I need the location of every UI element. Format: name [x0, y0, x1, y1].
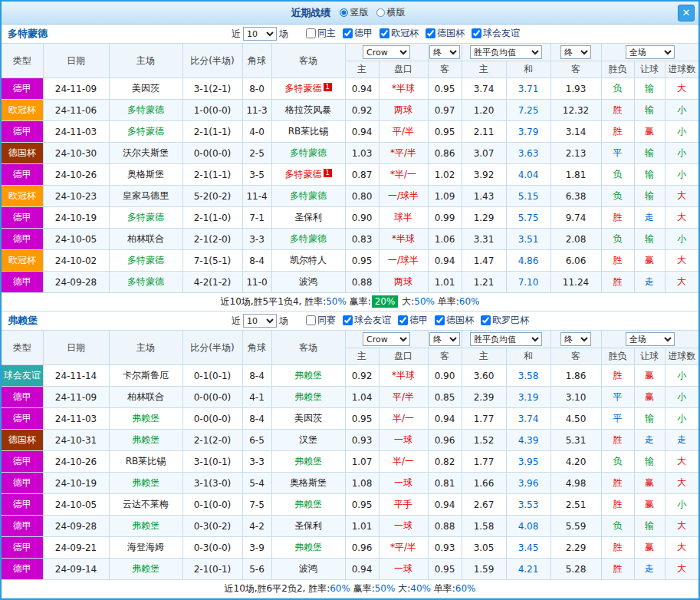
home-team[interactable]: 柏林联合: [109, 387, 182, 408]
col-header-eu-draw: 和: [506, 61, 550, 78]
away-team[interactable]: 美因茨: [271, 408, 345, 430]
score: 7-1(5-1): [182, 250, 242, 272]
away-team[interactable]: 多特蒙德: [271, 143, 345, 164]
checkbox-icon[interactable]: [426, 28, 435, 38]
home-team[interactable]: 多特蒙德: [109, 121, 182, 143]
away-team[interactable]: 波鸿: [271, 272, 345, 293]
corners: 6-5: [242, 430, 271, 451]
away-team[interactable]: 弗赖堡: [271, 387, 345, 408]
filter-checkbox-3[interactable]: 德国杯: [426, 27, 465, 40]
home-team[interactable]: 多特蒙德: [109, 100, 182, 121]
away-team[interactable]: 弗赖堡: [271, 537, 345, 559]
away-team[interactable]: 圣保利: [271, 516, 345, 537]
home-team[interactable]: 奥格斯堡: [109, 164, 182, 186]
checkbox-icon[interactable]: [306, 315, 316, 325]
section-header: 弗赖堡 近 10 场 同赛球会友谊德甲德国杯欧罗巴杯: [2, 312, 698, 330]
corners: 7-1: [242, 207, 271, 229]
europe-time-select[interactable]: 终: [560, 45, 591, 59]
home-team[interactable]: RB莱比锡: [109, 451, 182, 473]
home-team[interactable]: 柏林联合: [109, 229, 182, 250]
home-team[interactable]: 弗赖堡: [109, 473, 182, 494]
games-count-select[interactable]: 10: [243, 27, 277, 41]
match-row: 德国杯24-10-31弗赖堡2-1(2-0)6-5汉堡0.93一球0.961.5…: [2, 430, 698, 451]
scope-select[interactable]: 全场: [626, 45, 675, 59]
eu-draw-odds: 4.08: [506, 516, 550, 537]
games-count-select[interactable]: 10: [243, 314, 277, 328]
home-team[interactable]: 多特蒙德: [109, 207, 182, 229]
away-team[interactable]: 多特蒙德1: [271, 164, 345, 186]
result: 平: [601, 143, 634, 164]
europe-time-select[interactable]: 终: [560, 332, 591, 346]
filter-checkbox-3[interactable]: 德国杯: [435, 314, 474, 327]
eu-away-odds: 4.98: [550, 473, 601, 494]
layout-radio-horizontal[interactable]: 横版: [376, 6, 406, 19]
odds-company-select[interactable]: Crow: [363, 45, 410, 59]
away-team[interactable]: 格拉茨风暴: [271, 100, 345, 121]
corners: 11-3: [242, 100, 271, 121]
filter-checkbox-1[interactable]: 球会友谊: [343, 314, 391, 327]
handicap-result: 赢: [634, 473, 665, 494]
match-date: 24-10-05: [43, 229, 109, 250]
filter-checkbox-2[interactable]: 欧冠杯: [380, 27, 419, 40]
away-team[interactable]: 多特蒙德: [271, 229, 345, 250]
checkbox-icon[interactable]: [306, 28, 316, 38]
filter-checkbox-2[interactable]: 德甲: [398, 314, 428, 327]
ah-time-select[interactable]: 终: [429, 45, 460, 59]
league-badge: 德甲: [2, 164, 43, 186]
home-team[interactable]: 沃尔夫斯堡: [109, 143, 182, 164]
away-team[interactable]: 多特蒙德1: [271, 78, 345, 100]
europe-odds-select[interactable]: 胜平负均值: [470, 332, 542, 346]
ah-home-odds: 0.83: [345, 229, 379, 250]
away-team[interactable]: 弗赖堡: [271, 365, 345, 387]
checkbox-icon[interactable]: [398, 315, 408, 325]
layout-radio-vertical[interactable]: 竖版: [340, 6, 369, 19]
filter-checkbox-1[interactable]: 德甲: [343, 27, 373, 40]
checkbox-icon[interactable]: [343, 28, 353, 38]
away-team[interactable]: 圣保利: [271, 207, 345, 229]
filter-checkbox-0[interactable]: 同赛: [306, 314, 336, 327]
away-team[interactable]: 凯尔特人: [271, 250, 345, 272]
eu-home-odds: 3.74: [462, 78, 506, 100]
odds-company-select[interactable]: Crow: [363, 332, 410, 346]
goals-result: 大: [665, 537, 698, 559]
home-team[interactable]: 弗赖堡: [109, 430, 182, 451]
home-team[interactable]: 弗赖堡: [109, 559, 182, 580]
scope-select[interactable]: 全场: [626, 332, 675, 346]
checkbox-icon[interactable]: [343, 315, 353, 325]
away-team[interactable]: 汉堡: [271, 430, 345, 451]
red-card-badge: 1: [324, 169, 332, 177]
close-icon[interactable]: ✕: [678, 5, 695, 21]
filter-checkbox-4[interactable]: 球会友谊: [472, 27, 520, 40]
filter-checkbox-4[interactable]: 欧罗巴杯: [481, 314, 529, 327]
checkbox-icon[interactable]: [481, 315, 491, 325]
team-name: 弗赖堡: [8, 314, 232, 328]
away-team[interactable]: 弗赖堡: [271, 451, 345, 473]
checkbox-icon[interactable]: [435, 315, 445, 325]
europe-odds-select[interactable]: 胜平负均值: [470, 45, 542, 59]
home-team[interactable]: 多特蒙德: [109, 272, 182, 293]
col-header-home: 主场: [109, 44, 182, 78]
away-team[interactable]: 多特蒙德: [271, 186, 345, 207]
home-team[interactable]: 多特蒙德: [109, 250, 182, 272]
home-team[interactable]: 海登海姆: [109, 537, 182, 559]
home-team[interactable]: 弗赖堡: [109, 408, 182, 430]
goals-result: 大: [665, 250, 698, 272]
home-team[interactable]: 皇家马德里: [109, 186, 182, 207]
home-team[interactable]: 美因茨: [109, 78, 182, 100]
ah-line: 平/半: [379, 387, 428, 408]
ah-line: 一/球半: [379, 250, 428, 272]
filter-checkbox-0[interactable]: 同主: [306, 27, 336, 40]
ah-time-select[interactable]: 终: [429, 332, 460, 346]
checkbox-icon[interactable]: [380, 28, 389, 38]
home-team[interactable]: 云达不莱梅: [109, 494, 182, 516]
league-badge: 德国杯: [2, 143, 43, 164]
home-team[interactable]: 卡尔斯鲁厄: [109, 365, 182, 387]
goals-result: 大: [665, 272, 698, 293]
away-team[interactable]: 波鸿: [271, 559, 345, 580]
checkbox-icon[interactable]: [472, 28, 481, 38]
away-team[interactable]: 弗赖堡: [271, 494, 345, 516]
away-team[interactable]: 奥格斯堡: [271, 473, 345, 494]
away-team[interactable]: RB莱比锡: [271, 121, 345, 143]
league-badge: 德甲: [2, 78, 43, 100]
home-team[interactable]: 弗赖堡: [109, 516, 182, 537]
